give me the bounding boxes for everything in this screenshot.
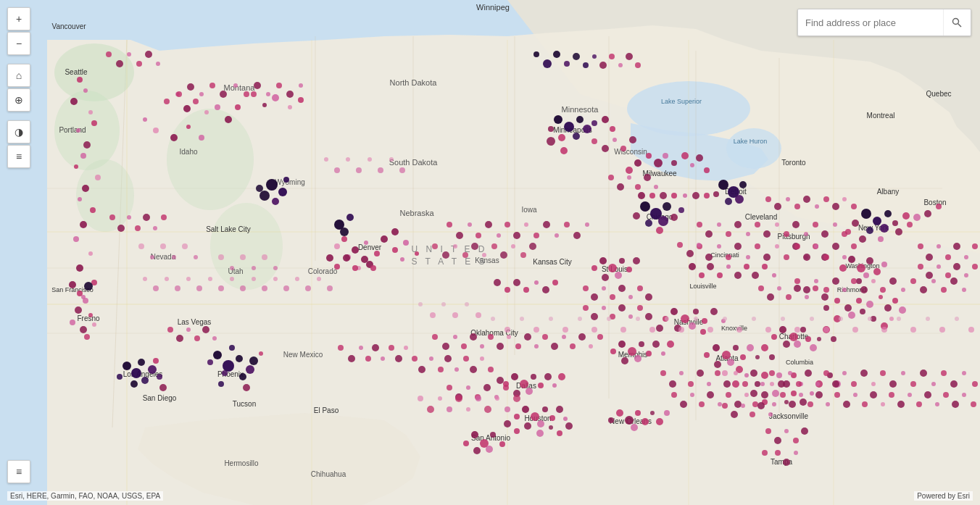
search-icon-button[interactable]	[943, 9, 969, 36]
svg-point-173	[75, 306, 82, 314]
svg-point-484	[660, 370, 666, 376]
svg-point-191	[640, 201, 650, 212]
svg-point-218	[884, 210, 892, 217]
svg-point-462	[962, 288, 966, 292]
menu-button[interactable]: ≡	[7, 460, 30, 483]
locate-button[interactable]: ⊕	[7, 88, 30, 112]
svg-point-570	[503, 385, 509, 391]
layers-button[interactable]: ◑	[7, 120, 30, 143]
svg-point-96	[83, 141, 91, 149]
bottom-toolbar[interactable]: ≡	[7, 460, 30, 483]
svg-point-402	[468, 222, 472, 227]
svg-point-494	[750, 370, 757, 377]
svg-point-798	[194, 255, 198, 259]
svg-point-175	[70, 320, 75, 325]
svg-point-408	[524, 222, 528, 227]
search-input[interactable]	[798, 12, 943, 34]
svg-point-777	[495, 396, 499, 401]
svg-point-172	[83, 298, 88, 304]
svg-point-282	[761, 372, 768, 379]
svg-point-582	[772, 402, 776, 406]
svg-point-634	[218, 285, 224, 291]
svg-text:El Paso: El Paso	[314, 406, 339, 414]
svg-point-661	[602, 306, 606, 310]
svg-point-728	[504, 287, 510, 293]
svg-point-800	[230, 266, 234, 270]
svg-point-541	[602, 145, 609, 152]
svg-point-468	[842, 255, 847, 259]
svg-point-389	[507, 335, 511, 339]
svg-point-504	[842, 371, 847, 375]
svg-point-610	[805, 295, 809, 299]
svg-point-317	[618, 341, 626, 348]
svg-point-619	[324, 157, 328, 162]
svg-point-372	[429, 356, 433, 361]
svg-point-15	[76, 159, 134, 232]
zoom-out-button[interactable]: −	[7, 32, 30, 55]
svg-point-262	[810, 344, 817, 351]
svg-point-467	[832, 243, 839, 250]
svg-point-566	[466, 385, 470, 390]
svg-point-256	[789, 333, 798, 341]
zoom-in-button[interactable]: +	[7, 7, 30, 30]
svg-point-194	[658, 216, 668, 226]
svg-point-156	[259, 351, 263, 356]
svg-point-358	[650, 411, 655, 415]
svg-point-605	[758, 285, 764, 291]
svg-point-474	[953, 243, 960, 250]
svg-point-2	[726, 128, 781, 169]
svg-point-214	[696, 154, 703, 162]
svg-point-793	[138, 243, 144, 249]
svg-point-649	[361, 256, 368, 263]
svg-point-539	[299, 83, 303, 88]
svg-point-233	[857, 264, 865, 272]
svg-point-508	[880, 370, 886, 376]
svg-point-660	[591, 313, 598, 320]
svg-point-273	[747, 344, 754, 351]
svg-point-414	[585, 222, 589, 227]
svg-point-128	[278, 188, 287, 196]
svg-point-715	[897, 317, 901, 321]
svg-point-526	[153, 226, 157, 230]
svg-point-674	[500, 251, 507, 259]
svg-point-676	[520, 252, 526, 258]
svg-point-709	[810, 317, 814, 321]
svg-point-336	[558, 373, 565, 380]
svg-point-121	[199, 135, 204, 141]
svg-point-328	[520, 380, 528, 388]
svg-point-738	[145, 51, 152, 58]
map-container[interactable]: Winnipeg Vancouver Seattle Montreal Queb…	[0, 0, 980, 505]
svg-point-454	[880, 287, 886, 293]
svg-point-630	[175, 285, 180, 291]
svg-point-735	[116, 60, 123, 67]
svg-point-313	[591, 265, 597, 271]
svg-point-691	[549, 317, 553, 321]
svg-point-325	[661, 351, 665, 356]
svg-point-204	[725, 198, 732, 205]
legend-button[interactable]: ≡	[7, 145, 30, 168]
svg-point-340	[537, 420, 544, 427]
svg-point-91	[83, 88, 88, 93]
svg-point-621	[346, 157, 350, 162]
svg-point-419	[734, 221, 742, 228]
svg-point-486	[679, 371, 684, 375]
svg-point-133	[341, 236, 347, 242]
svg-point-205	[713, 191, 719, 197]
svg-point-237	[856, 278, 862, 284]
svg-point-521	[109, 214, 115, 220]
svg-point-127	[266, 179, 278, 191]
svg-point-425	[792, 221, 800, 228]
svg-text:Knoxville: Knoxville	[721, 325, 747, 332]
svg-point-785	[473, 447, 481, 454]
svg-point-106	[76, 264, 83, 272]
search-bar[interactable]	[797, 9, 971, 36]
svg-point-776	[484, 406, 491, 413]
svg-point-426	[804, 232, 808, 236]
svg-point-135	[364, 241, 368, 245]
home-button[interactable]: ⌂	[7, 64, 30, 87]
svg-point-692	[562, 327, 568, 333]
svg-point-646	[334, 264, 340, 270]
svg-point-359	[656, 418, 663, 425]
svg-point-592	[862, 401, 868, 407]
svg-point-786	[499, 441, 505, 447]
